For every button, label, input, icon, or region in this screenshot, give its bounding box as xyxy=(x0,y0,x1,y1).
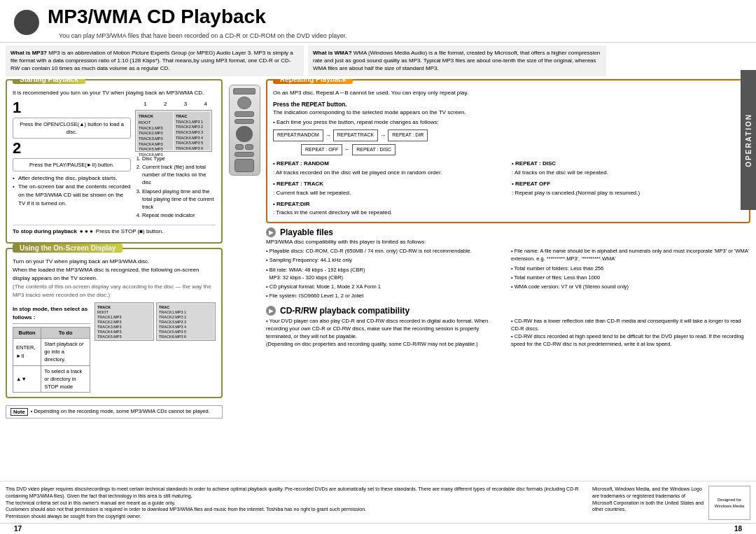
mp3-info-box: What is MP3? MP3 is an abbreviation of M… xyxy=(6,45,304,76)
step-bullets: After detecting the disc, playback start… xyxy=(13,174,131,208)
repeating-playback-section: Repeating Playback On an MP3 disc, Repea… xyxy=(266,79,750,224)
step2-num: 2 xyxy=(13,141,21,156)
table-cell-todo2: To select a track or directory in STOP m… xyxy=(41,365,90,393)
flow-track: REPEAT:TRACK xyxy=(333,129,378,141)
operation-sidebar: OPERATION xyxy=(741,79,756,210)
disc-item-4: Repeat mode indicator xyxy=(142,211,216,219)
bullet-2: The on-screen bar and the contents recor… xyxy=(13,183,131,208)
mini-screen-1: TRACK ROOT TRACK1.MP3 TRACK2.MP3 TRACK3.… xyxy=(94,302,154,341)
disc-screen-right: TRAC TRACK1.MP3 1TRACK2.MP3 2TRACK3.MP3 … xyxy=(174,112,210,150)
right-column: Repeating Playback On an MP3 disc, Repea… xyxy=(266,79,750,481)
playable-title: Playable files xyxy=(280,227,333,237)
remote-column xyxy=(227,79,262,481)
page-title: MP3/WMA CD Playback xyxy=(48,6,347,28)
flow-arrow-3: ← xyxy=(344,146,350,154)
table-header-todo: To do xyxy=(41,327,90,338)
playable-col1: • Playable discs: CD-ROM, CD-R (650MB / … xyxy=(266,247,505,302)
table-row: ▲▼ To select a track or directory in STO… xyxy=(13,365,90,393)
cdr-icon: ▶ xyxy=(266,306,276,316)
playable-files-list: • Playable discs: CD-ROM, CD-R (650MB / … xyxy=(266,247,750,302)
table-cell-button2: ▲▼ xyxy=(13,365,41,393)
starting-playback-section: Starting Playback It is recommended you … xyxy=(6,79,223,244)
on-screen-display-section: Using the On-Screen Display Turn on your… xyxy=(6,248,223,399)
mp3-text: MP3 is an abbreviation of Motion Picture… xyxy=(10,50,293,71)
remote-btn-1 xyxy=(233,88,255,94)
legal-text1: This DVD video player requires discs/rec… xyxy=(6,486,588,520)
windows-logo-box: Designed for Windows Media xyxy=(708,486,750,520)
pf3: • Bit rate: WMA: 48 kbps - 192 kbps (CBR… xyxy=(266,266,505,282)
operation-label: OPERATION xyxy=(745,113,752,167)
bottom-legal-section: This DVD video player requires discs/rec… xyxy=(0,481,756,523)
info-boxes-row: What is MP3? MP3 is an abbreviation of M… xyxy=(6,43,750,79)
pf2: • Sampling Frequency: 44.1 kHz only xyxy=(266,256,505,264)
legal-text2: Microsoft, Windows Media, and the Window… xyxy=(592,486,704,513)
remote-btn-2 xyxy=(237,97,251,110)
windows-logo-text: Designed for Windows Media xyxy=(711,497,748,509)
repeat-desc2: • Each time you press the button, repeat… xyxy=(273,118,743,127)
repeating-playback-title: Repeating Playback xyxy=(273,79,353,84)
pf7: • Total number of folders: Less than 256 xyxy=(511,265,750,272)
cdr-content: • Your DVD player can also play CD-R and… xyxy=(266,317,750,349)
flow-dir: REPEAT : DIR xyxy=(388,129,428,141)
stop-label: To stop during playback xyxy=(13,227,77,236)
mini-screen-2: TRAC TRACK1.MP3 1 TRACK2.MP3 2 TRACK3.MP… xyxy=(156,302,216,341)
flow-off: REPEAT : OFF xyxy=(301,144,342,156)
stop-during-playback-line: To stop during playback ● ● ● Press the … xyxy=(13,225,216,238)
on-screen-desc2: (The contents of this on-screen display … xyxy=(13,283,216,300)
wma-label: What is WMA? xyxy=(313,50,352,56)
flow-arrow-1: → xyxy=(326,132,331,140)
table-cell-todo1: Start playback or go into a directory. xyxy=(41,338,90,365)
pf8: • Total number of files: Less than 1000 xyxy=(511,274,750,281)
step1-instruction: Press the OPEN/CLOSE(▲) button to load a… xyxy=(13,118,131,139)
table-row: ENTER, ►II Start playback or go into a d… xyxy=(13,338,90,365)
track-list-2: TRAC TRACK1.MP3 1 TRACK2.MP3 2 TRACK3.MP… xyxy=(158,304,214,339)
pf6: • File name: A file name should be in al… xyxy=(511,247,750,263)
press-repeat-label: Press the REPEAT button. xyxy=(273,100,743,109)
stop-mode-table: Button To do ENTER, ►II Start playback o… xyxy=(13,327,90,393)
pf4: • CD physical format: Mode 1, Mode 2 XA … xyxy=(266,283,505,290)
repeat-off-item: • REPEAT OFF : Repeat play is canceled.(… xyxy=(512,180,743,198)
playable-files-section: ▶ Playable files MP3/WMA disc compatibil… xyxy=(266,227,750,302)
step2-instruction: Press the PLAY/PAUSE(►II) button. xyxy=(13,158,131,171)
flow-disc: REPEAT : DISC xyxy=(352,144,396,156)
remote-btn-3 xyxy=(234,111,254,117)
table-header-button: Button xyxy=(13,327,41,338)
page-number-right: 18 xyxy=(734,525,742,533)
remote-btn-9 xyxy=(234,159,254,172)
disc-item-3: Elapsed playing time and the total playi… xyxy=(142,188,216,211)
wma-info-box: What is WMA? WMA (Windows Media Audio) i… xyxy=(308,45,606,76)
on-screen-display-title: Using the On-Screen Display xyxy=(13,244,122,253)
note-text: • Depending on the recording mode, some … xyxy=(31,408,210,416)
on-screen-disc-screens: TRACK ROOT TRACK1.MP3 TRACK2.MP3 TRACK3.… xyxy=(94,302,216,341)
repeat-intro: On an MP3 disc, Repeat A↔B cannot be use… xyxy=(273,89,743,97)
remote-btn-5 xyxy=(236,126,253,141)
legal-col2: Microsoft, Windows Media, and the Window… xyxy=(592,486,704,520)
repeat-dir-item: • REPEAT:DIR : Tracks in the current dir… xyxy=(273,200,505,218)
repeat-track-item: • REPEAT : TRACK : Current track will be… xyxy=(273,180,505,198)
playable-intro: MP3/WMA disc compatibility with this pla… xyxy=(266,239,750,245)
pf1: • Playable discs: CD-ROM, CD-R (650MB / … xyxy=(266,247,505,255)
cdr-title: CD-R/RW playback compatibility xyxy=(280,306,410,316)
stop-instruction: Press the STOP (■) button. xyxy=(96,227,164,236)
stop-dots: ● ● ● xyxy=(80,227,93,236)
starting-intro: It is recommended you turn on your TV wh… xyxy=(13,89,216,97)
step1-num: 1 xyxy=(13,100,21,115)
mp3-label: What is MP3? xyxy=(10,50,47,56)
cdr-section: ▶ CD-R/RW playback compatibility • Your … xyxy=(266,306,750,349)
remote-btn-8 xyxy=(234,152,254,157)
header-icon xyxy=(14,10,39,35)
page-subtitle: You can play MP3/WMA files that have bee… xyxy=(59,32,347,39)
remote-control-image xyxy=(229,85,260,176)
page-header: MP3/WMA CD Playback You can play MP3/WMA… xyxy=(0,0,756,43)
disc-labels: 1 2 3 4 xyxy=(135,100,216,108)
disc-screen: TRACK ROOT TRACK1.MP3TRACK2.MP3TRACK3.MP… xyxy=(135,110,212,152)
flow-random: REPEAT:RANDOM xyxy=(273,129,323,141)
disc-diagram: 1 2 3 4 TRACK ROOT TRACK1.MP3TRACK2.MP3T… xyxy=(135,100,216,220)
repeat-disc-item: • REPEAT : DISC : All tracks on the disc… xyxy=(512,160,743,178)
cdr-col2: • CD-RW has a lower reflection rate than… xyxy=(511,317,750,349)
disc-numbered-items: Disc Type Current track (file) and total… xyxy=(135,155,216,220)
flow-arrow-2: → xyxy=(380,132,386,140)
remote-btn-6 xyxy=(235,144,244,150)
page-number-left: 17 xyxy=(14,525,22,533)
disc-screen-left: TRACK ROOT TRACK1.MP3TRACK2.MP3TRACK3.MP… xyxy=(137,112,173,150)
